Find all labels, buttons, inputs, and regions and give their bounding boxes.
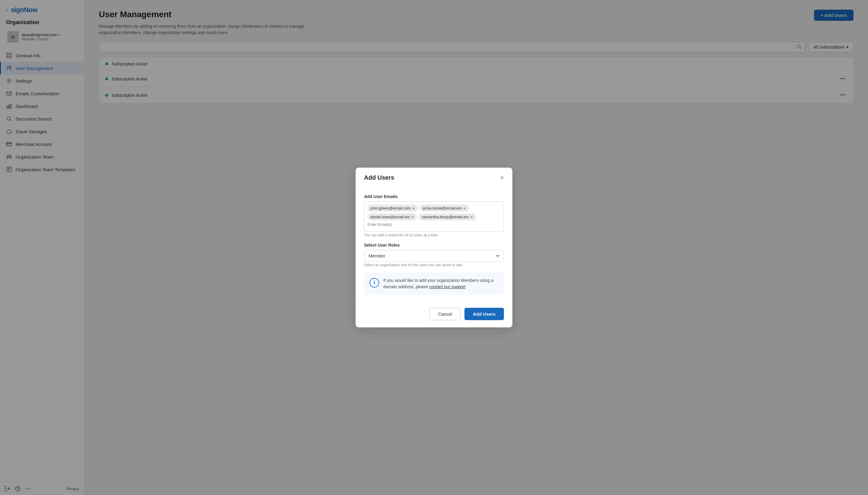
cancel-button[interactable]: Cancel [429,308,461,320]
modal-header: Add Users × [355,168,513,187]
email-input[interactable] [367,222,403,227]
email-hint: You can add a maximum of 10 users at a t… [364,233,504,237]
email-tag: daniel.lowe@email.em × [367,214,417,220]
modal-body: Add User Emails john.green@email.com × a… [355,187,513,302]
email-tag: john.green@email.com × [367,205,418,211]
info-box: i If you would like to add your organiza… [364,273,504,295]
remove-tag-icon[interactable]: × [412,206,415,210]
remove-tag-icon[interactable]: × [470,215,473,219]
remove-tag-icon[interactable]: × [411,215,414,219]
modal-footer: Cancel Add Users [355,302,513,327]
close-button[interactable]: × [500,174,504,181]
modal-title: Add Users [364,174,394,181]
email-section-label: Add User Emails [364,194,504,199]
email-tag: samantha.thorp@email.em × [419,214,475,220]
role-section-label: Select User Roles [364,243,504,248]
role-hint: Select an organization role for the user… [364,263,504,267]
email-tags-box[interactable]: john.green@email.com × anna.stone@email.… [364,201,504,232]
add-users-modal: Add Users × Add User Emails john.green@e… [355,168,513,327]
info-icon: i [369,278,379,288]
role-select[interactable]: Member Admin Moderator [364,250,504,262]
tags-row: john.green@email.com × anna.stone@email.… [367,205,501,227]
modal-overlay[interactable]: Add Users × Add User Emails john.green@e… [0,0,868,495]
contact-support-link[interactable]: contact our support [430,284,466,289]
remove-tag-icon[interactable]: × [463,206,466,210]
confirm-add-users-button[interactable]: Add Users [465,308,504,320]
info-text: If you would like to add your organizati… [383,277,499,290]
email-tag: anna.stone@email.em × [419,205,469,211]
